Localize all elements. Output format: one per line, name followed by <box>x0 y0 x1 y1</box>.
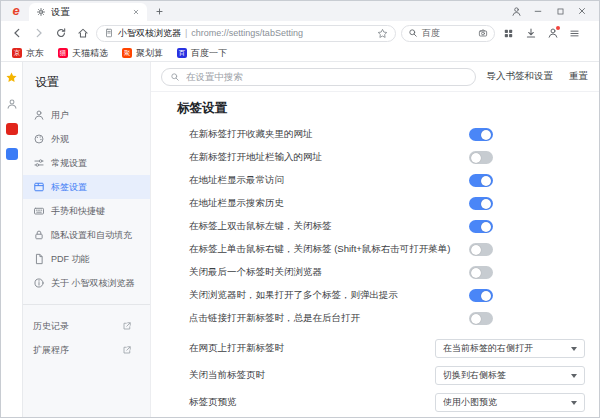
bookmark-favicon: 猫 <box>58 48 68 58</box>
dropdown-select[interactable]: 在当前标签的右侧打开 <box>435 339 585 358</box>
sidebar-item-about[interactable]: 关于 小智双核浏览器 <box>23 271 150 295</box>
sidebar-item-tab-settings[interactable]: 标签设置 <box>23 175 150 199</box>
chevron-down-icon <box>571 347 577 351</box>
search-engine-label: 百度 <box>422 27 474 40</box>
profile-icon[interactable] <box>544 25 561 42</box>
sidebar-item-user[interactable]: 用户 <box>23 103 150 127</box>
setting-row: 关闭最后一个标签时关闭浏览器 <box>165 261 585 284</box>
toggle-switch[interactable] <box>469 243 493 256</box>
dropdown-value: 在当前标签的右侧打开 <box>443 342 571 355</box>
bookmarks-bar: 京 京东 猫 天猫精选 聚 聚划算 百 百度一下 <box>1 45 599 62</box>
sidebar-user-icon[interactable] <box>5 97 18 110</box>
dropdown-select[interactable]: 使用小图预览 <box>435 393 585 412</box>
user-icon <box>33 109 45 121</box>
dropdown-value: 使用小图预览 <box>443 396 571 409</box>
toggle-switch[interactable] <box>469 174 493 187</box>
sidebar-divider <box>23 304 150 305</box>
address-bar[interactable]: 小智双核浏览器 | chrome://settings/tabSetting <box>96 25 396 42</box>
sidebar-item-history[interactable]: 历史记录 <box>23 314 150 338</box>
bookmark-item[interactable]: 京 京东 <box>12 47 44 60</box>
reset-button[interactable]: 重置 <box>568 68 589 85</box>
sidebar-item-pdf[interactable]: PDF 功能 <box>23 247 150 271</box>
bookmark-favicon: 京 <box>12 48 22 58</box>
sidebar-item-extensions[interactable]: 扩展程序 <box>23 338 150 362</box>
dropdown-select[interactable]: 切换到右侧标签 <box>435 366 585 385</box>
address-url: chrome://settings/tabSetting <box>191 28 373 38</box>
forward-button[interactable] <box>30 25 47 42</box>
browser-window: e 设置 <box>0 0 600 418</box>
app-shortcut-icon[interactable] <box>6 123 18 135</box>
sidebar-item-label: 常规设置 <box>51 157 87 170</box>
app-shortcut-icon[interactable] <box>6 148 18 160</box>
bookmark-item[interactable]: 聚 聚划算 <box>122 47 163 60</box>
setting-row: 点击链接打开新标签时，总是在后台打开 <box>165 307 585 330</box>
chevron-down-icon <box>571 374 577 378</box>
toggle-switch[interactable] <box>469 151 493 164</box>
bookmark-favicon: 百 <box>177 48 187 58</box>
sidebar-item-appearance[interactable]: 外观 <box>23 127 150 151</box>
minimize-button[interactable] <box>527 2 549 20</box>
toggle-switch[interactable] <box>469 128 493 141</box>
toggle-switch[interactable] <box>469 266 493 279</box>
maximize-button[interactable] <box>549 2 571 20</box>
toggle-switch[interactable] <box>469 220 493 233</box>
new-tab-button[interactable] <box>151 3 167 19</box>
bookmark-item[interactable]: 猫 天猫精选 <box>58 47 108 60</box>
user-avatar-icon[interactable] <box>505 2 527 20</box>
pdf-document-icon <box>33 253 45 265</box>
apps-grid-icon[interactable] <box>500 25 517 42</box>
settings-search-input[interactable] <box>186 71 467 82</box>
sidebar-item-label: 隐私设置和自动填充 <box>51 229 132 242</box>
settings-search-row: 导入书签和设置 重置 <box>151 62 599 92</box>
sidebar-item-general-settings[interactable]: 常规设置 <box>23 151 150 175</box>
sidebar-item-label: 外观 <box>51 133 69 146</box>
toolbar-search-box[interactable]: 百度 <box>401 25 495 42</box>
tabs-icon <box>33 181 45 193</box>
refresh-button[interactable] <box>52 25 69 42</box>
lock-icon <box>33 229 45 241</box>
sidebar-item-label: 手势和快捷键 <box>51 205 105 218</box>
toggle-switch[interactable] <box>469 289 493 302</box>
sidebar-item-privacy[interactable]: 隐私设置和自动填充 <box>23 223 150 247</box>
setting-label: 点击链接打开新标签时，总是在后台打开 <box>189 312 360 325</box>
setting-row: 在新标签打开地址栏输入的网址 <box>165 146 585 169</box>
settings-header-actions: 导入书签和设置 重置 <box>486 68 590 85</box>
external-link-icon <box>122 345 132 355</box>
tab-settings[interactable]: 设置 <box>29 3 147 21</box>
toggle-switch[interactable] <box>469 312 493 325</box>
settings-page: 设置 用户 外观 常规设置 <box>23 62 599 417</box>
search-icon <box>170 72 180 82</box>
setting-label: 在网页上打开新标签时 <box>189 342 284 355</box>
browser-logo: e <box>8 2 24 20</box>
import-bookmarks-button[interactable]: 导入书签和设置 <box>486 68 555 85</box>
bookmark-favicon: 聚 <box>122 48 132 58</box>
back-button[interactable] <box>8 25 25 42</box>
setting-row: 关闭浏览器时，如果打开了多个标签，则弹出提示 <box>165 284 585 307</box>
settings-search-box[interactable] <box>161 68 476 86</box>
sidebar-item-label: 标签设置 <box>51 181 87 194</box>
external-link-icon <box>122 321 132 331</box>
close-button[interactable] <box>571 2 593 20</box>
setting-row: 在标签上单击鼠标右键，关闭标签 (Shift+鼠标右击可打开菜单) <box>165 238 585 261</box>
sidebar-item-shortcuts[interactable]: 手势和快捷键 <box>23 199 150 223</box>
download-icon[interactable] <box>522 25 539 42</box>
bookmark-star-icon[interactable] <box>377 28 388 39</box>
setting-row: 在网页上打开新标签时 在当前标签的右侧打开 <box>165 335 585 362</box>
setting-row: 在地址栏显示搜索历史 <box>165 192 585 215</box>
setting-row: 标签页预览 使用小图预览 <box>165 389 585 416</box>
setting-label: 关闭浏览器时，如果打开了多个标签，则弹出提示 <box>189 289 398 302</box>
setting-row: 关闭当前标签页时 切换到右侧标签 <box>165 362 585 389</box>
favorites-star-icon[interactable] <box>5 71 18 84</box>
tab-close-icon[interactable] <box>132 8 140 16</box>
keyboard-icon <box>33 205 45 217</box>
home-button[interactable] <box>74 25 91 42</box>
settings-title: 设置 <box>23 70 150 103</box>
menu-icon[interactable] <box>566 25 583 42</box>
chevron-down-icon <box>571 401 577 405</box>
bookmark-item[interactable]: 百 百度一下 <box>177 47 227 60</box>
camera-icon[interactable] <box>478 28 488 38</box>
setting-label: 在标签上单击鼠标右键，关闭标签 (Shift+鼠标右击可打开菜单) <box>189 243 451 256</box>
toggle-switch[interactable] <box>469 197 493 210</box>
content-area: 设置 用户 外观 常规设置 <box>1 62 599 417</box>
bookmark-label: 天猫精选 <box>72 47 108 60</box>
